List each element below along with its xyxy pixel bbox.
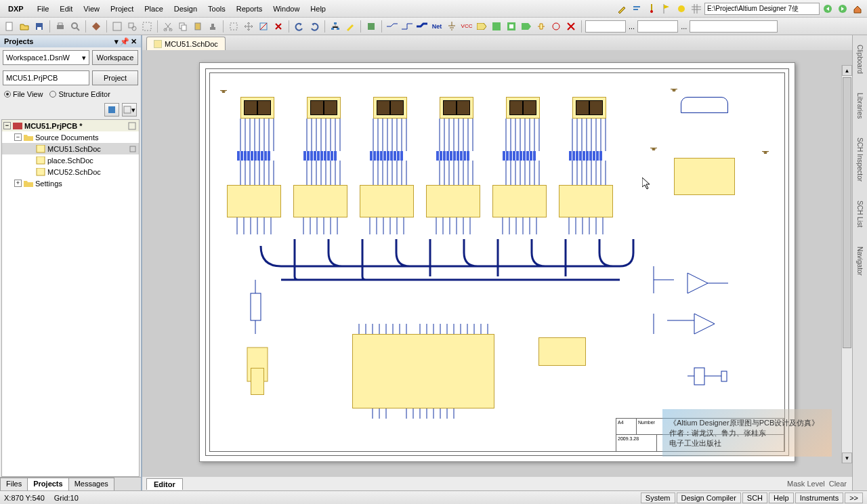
new-icon[interactable]: [3, 20, 16, 33]
status-system[interactable]: System: [641, 492, 675, 503]
tool-flag-icon[interactable]: [660, 3, 673, 15]
vertical-scrollbar[interactable]: ▲ ▼: [841, 65, 852, 463]
tab-files[interactable]: Files: [0, 478, 28, 490]
nav-fwd-icon[interactable]: [836, 3, 849, 15]
menu-view[interactable]: View: [78, 3, 105, 15]
doc-tab-mcu51[interactable]: MCU51.SchDoc: [146, 37, 226, 50]
browse-icon[interactable]: [364, 20, 378, 33]
wire-mode1-icon[interactable]: [385, 20, 399, 33]
netlabel-icon[interactable]: Net: [430, 20, 444, 33]
menu-help[interactable]: Help: [305, 3, 331, 15]
menu-project[interactable]: Project: [105, 3, 139, 15]
probe-icon[interactable]: [549, 20, 563, 33]
undo-icon[interactable]: [293, 20, 306, 33]
clear-icon[interactable]: [272, 20, 285, 33]
part-icon[interactable]: [534, 20, 548, 33]
filter-drop2[interactable]: [637, 20, 678, 33]
menu-tools[interactable]: Tools: [203, 3, 231, 15]
stamp-icon[interactable]: [206, 20, 219, 33]
sheet-entry-icon[interactable]: [520, 20, 533, 33]
copy-icon[interactable]: [176, 20, 190, 33]
svg-rect-10: [37, 27, 41, 30]
preview-icon[interactable]: [68, 20, 82, 33]
status-help[interactable]: Help: [769, 492, 794, 503]
zoom-sel-icon[interactable]: [140, 20, 154, 33]
path-field[interactable]: E:\Project\Altium Designer 7使: [704, 3, 820, 15]
svg-line-14: [77, 28, 79, 30]
menu-reports[interactable]: Reports: [231, 3, 268, 15]
tree-doc-mcu52[interactable]: MCU52.SchDoc: [2, 166, 139, 177]
vtab-libraries[interactable]: Libraries: [855, 90, 865, 121]
panel-tool2-icon[interactable]: ▾: [122, 103, 137, 117]
panel-close-icon[interactable]: ✕: [131, 37, 137, 46]
tool-pin-icon[interactable]: [645, 3, 658, 15]
zoom-fit-icon[interactable]: [110, 20, 124, 33]
nav-home-icon[interactable]: [851, 3, 864, 15]
clear-button[interactable]: Clear: [829, 480, 847, 488]
bus-icon[interactable]: [415, 20, 429, 33]
compile-icon[interactable]: [89, 20, 103, 33]
status-compiler[interactable]: Design Compiler: [677, 492, 741, 503]
svg-rect-0: [633, 6, 640, 7]
hierarchy-icon[interactable]: [329, 20, 342, 33]
vcc-icon[interactable]: VCC: [460, 20, 473, 33]
panel-tool1-icon[interactable]: [104, 103, 119, 117]
menu-file[interactable]: File: [32, 3, 55, 15]
sheet1-icon[interactable]: [490, 20, 503, 33]
file-view-radio[interactable]: File View: [4, 90, 43, 98]
open-icon[interactable]: [18, 20, 31, 33]
redo-icon[interactable]: [308, 20, 321, 33]
vtab-inspector[interactable]: SCH Inspector: [855, 135, 865, 184]
select-icon[interactable]: [227, 20, 240, 33]
tab-messages[interactable]: Messages: [68, 478, 114, 490]
tree-doc-mcu51[interactable]: MCU51.SchDoc: [2, 143, 139, 154]
tree-project-root[interactable]: − MCU51.PrjPCB *: [2, 120, 139, 131]
port-icon[interactable]: [475, 20, 488, 33]
zoom-area-icon[interactable]: [125, 20, 139, 33]
dxp-menu[interactable]: DXP: [3, 3, 29, 15]
vtab-schlist[interactable]: SCH List: [855, 198, 865, 230]
menu-design[interactable]: Design: [169, 3, 203, 15]
filter-drop1[interactable]: [585, 20, 626, 33]
panel-dropdown-icon[interactable]: ▾: [114, 37, 119, 46]
project-button[interactable]: Project: [92, 70, 138, 85]
wire-mode2-icon[interactable]: [400, 20, 414, 33]
sheet2-icon[interactable]: [505, 20, 518, 33]
vtab-clipboard[interactable]: Clipboard: [855, 42, 865, 77]
paste-icon[interactable]: [191, 20, 205, 33]
gnd-icon[interactable]: [445, 20, 459, 33]
tool-pencil-icon[interactable]: [615, 3, 629, 15]
highlight-pen-icon[interactable]: [343, 20, 357, 33]
tool-align-icon[interactable]: [630, 3, 643, 15]
editor-tab[interactable]: Editor: [146, 478, 183, 490]
menu-window[interactable]: Window: [268, 3, 305, 15]
tree-settings[interactable]: + Settings: [2, 177, 139, 189]
status-more[interactable]: >>: [845, 492, 863, 503]
tool-star-icon[interactable]: [675, 3, 688, 15]
tool-grid-icon[interactable]: [690, 3, 703, 15]
nav-back-icon[interactable]: [821, 3, 834, 15]
panel-pin-icon[interactable]: 📌: [120, 37, 129, 46]
filter-drop3[interactable]: [690, 20, 778, 33]
deselect-icon[interactable]: [257, 20, 270, 33]
status-instruments[interactable]: Instruments: [795, 492, 843, 503]
vtab-navigator[interactable]: Navigator: [855, 244, 865, 278]
svg-rect-49: [251, 293, 261, 320]
tab-projects[interactable]: Projects: [27, 478, 68, 490]
mask-level-button[interactable]: Mask Level: [787, 480, 825, 488]
cut-icon[interactable]: [161, 20, 175, 33]
tree-source-docs[interactable]: − Source Documents: [2, 131, 139, 143]
project-field[interactable]: MCU51.PrjPCB: [3, 70, 89, 85]
tree-doc-place[interactable]: place.SchDoc: [2, 154, 139, 166]
move-icon[interactable]: [242, 20, 255, 33]
workspace-combo[interactable]: Workspace1.DsnW▾: [3, 50, 89, 65]
no-erc-icon[interactable]: [564, 20, 578, 33]
status-sch[interactable]: SCH: [742, 492, 767, 503]
workspace-button[interactable]: Workspace: [92, 50, 138, 65]
menu-edit[interactable]: Edit: [54, 3, 78, 15]
menu-place[interactable]: Place: [139, 3, 169, 15]
print-icon[interactable]: [54, 20, 67, 33]
project-tree[interactable]: − MCU51.PrjPCB * − Source Documents MCU5…: [1, 119, 140, 477]
structure-editor-radio[interactable]: Structure Editor: [49, 90, 110, 98]
save-icon[interactable]: [33, 20, 46, 33]
